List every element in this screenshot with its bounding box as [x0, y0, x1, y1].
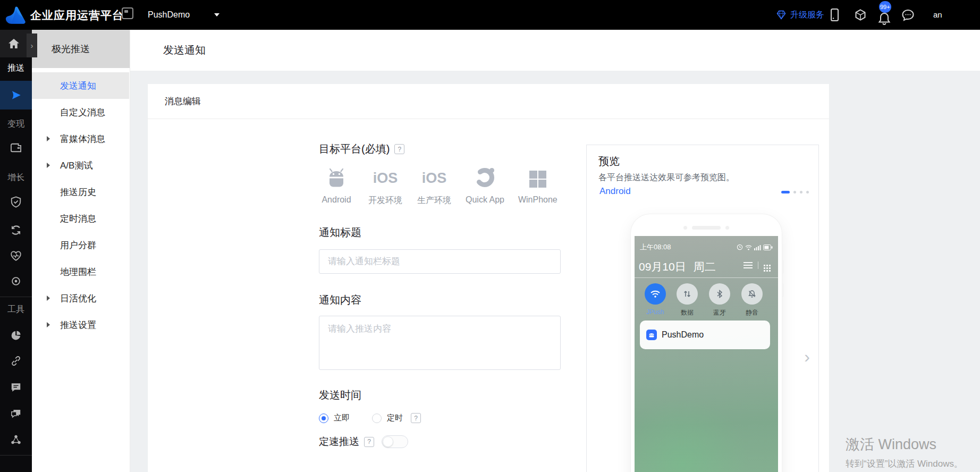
- sidebar-item-custom-message[interactable]: 自定义消息: [32, 99, 129, 125]
- preview-panel: 预览 各平台推送送达效果可参考预览图。 Android 上午08:08: [586, 145, 819, 472]
- expand-chevron-icon: [47, 322, 50, 327]
- data-toggle-icon: [677, 283, 698, 305]
- carousel-dot[interactable]: [806, 191, 809, 193]
- expand-chevron-icon: [47, 136, 50, 141]
- send-time-options: 立即 定时: [319, 413, 569, 423]
- radio-immediate-label[interactable]: 立即: [334, 413, 350, 423]
- radio-scheduled[interactable]: [372, 414, 382, 423]
- phone-weekday: 周二: [694, 259, 716, 274]
- card-title: 消息编辑: [148, 84, 829, 119]
- grid-icon: [764, 265, 765, 266]
- sidebar-collapse-button[interactable]: [27, 33, 37, 57]
- sidebar-item-geofence[interactable]: 地理围栏: [32, 258, 129, 285]
- rail-item-feedback[interactable]: [0, 404, 32, 422]
- toggle-bluetooth: 蓝牙: [704, 283, 736, 317]
- target-icon: [10, 275, 22, 287]
- toggle-mute: 静音: [736, 283, 768, 317]
- platform-options: Android iOS 开发环境 iOS 生产环境 Quick App: [319, 165, 569, 206]
- push-form: 目标平台(必填) Android iOS 开发环境 iOS: [319, 142, 569, 449]
- phone-screen: 上午08:08 09月10日 周二: [635, 236, 778, 472]
- sidebar-item-send-notification[interactable]: 发送通知: [32, 72, 129, 99]
- notification-bell-icon[interactable]: 99+: [876, 0, 893, 30]
- rail-item-target[interactable]: [0, 272, 32, 290]
- radio-scheduled-label[interactable]: 定时: [387, 413, 403, 423]
- label-text: 通知标题: [319, 225, 361, 240]
- carousel-dot[interactable]: [793, 191, 796, 193]
- help-icon[interactable]: [364, 437, 374, 447]
- chevron-down-icon: [214, 13, 219, 16]
- target-platform-label: 目标平台(必填): [319, 142, 569, 156]
- menu-label: 地理围栏: [60, 266, 96, 278]
- phone-speaker: [631, 226, 782, 230]
- heart-pulse-icon: [10, 250, 22, 262]
- sidebar-item-dau-optimization[interactable]: 日活优化: [32, 285, 129, 311]
- upgrade-service-link[interactable]: 升级服务: [776, 0, 824, 30]
- bluetooth-toggle-icon: [709, 283, 730, 305]
- rail-item-shield[interactable]: [0, 193, 32, 211]
- sidebar-item-scheduled-message[interactable]: 定时消息: [32, 205, 129, 232]
- platform-option-ios-prod[interactable]: iOS 生产环境: [417, 165, 452, 206]
- expand-chevron-icon: [47, 296, 50, 301]
- carousel-next-icon[interactable]: [804, 348, 810, 365]
- toggle-label: 静音: [736, 308, 768, 317]
- feedback-chat-icon[interactable]: [899, 0, 916, 30]
- signal-icon: [754, 245, 761, 250]
- sidebar-item-rich-media[interactable]: 富媒体消息: [32, 125, 129, 152]
- platform-label: WinPhone: [518, 195, 557, 205]
- rate-push-toggle[interactable]: [382, 435, 408, 448]
- notification-content-textarea[interactable]: [319, 316, 561, 370]
- quickapp-icon: [473, 165, 496, 188]
- phone-side-button: [782, 283, 784, 297]
- wallet-icon: [10, 142, 22, 153]
- help-icon[interactable]: [411, 413, 421, 423]
- app-selector[interactable]: PushDemo: [148, 0, 219, 30]
- platform-option-winphone[interactable]: WinPhone: [518, 165, 557, 206]
- rail-divider: [0, 297, 32, 297]
- sidebar-item-ab-test[interactable]: A/B测试: [32, 152, 129, 179]
- mobile-device-icon[interactable]: [826, 0, 843, 30]
- carousel-dot-active[interactable]: [781, 191, 790, 193]
- submenu-list: 发送通知 自定义消息 富媒体消息 A/B测试 推送历史 定时消息 用户分群 地理…: [32, 72, 129, 338]
- wifi-toggle-icon: [645, 283, 666, 305]
- watermark-line2: 转到“设置”以激活 Windows。: [846, 458, 963, 470]
- ios-icon: iOS: [422, 165, 447, 188]
- platform-label: 生产环境: [417, 195, 451, 206]
- aurora-logo-icon: [5, 5, 26, 25]
- rail-item-analytics[interactable]: [0, 326, 32, 344]
- message-icon: [10, 382, 22, 393]
- battery-icon: [763, 245, 773, 250]
- pie-chart-icon: [10, 330, 22, 341]
- rail-item-wallet[interactable]: [0, 139, 32, 157]
- platform-option-android[interactable]: Android: [319, 165, 354, 206]
- radio-immediate[interactable]: [319, 414, 328, 423]
- rail-item-share[interactable]: [0, 431, 32, 449]
- watermark-line1: 激活 Windows: [846, 435, 963, 454]
- alarm-icon: [737, 244, 743, 250]
- sidebar-item-push-history[interactable]: 推送历史: [32, 179, 129, 205]
- label-text: 发送时间: [319, 388, 361, 402]
- menu-label: 富媒体消息: [60, 133, 105, 145]
- rail-item-sms[interactable]: [0, 378, 32, 397]
- notification-title-input[interactable]: [319, 249, 561, 274]
- carousel-dot[interactable]: [800, 191, 802, 193]
- help-icon[interactable]: [394, 144, 404, 154]
- carousel-pagination: [781, 191, 809, 193]
- notification-preview-card: PushDemo: [640, 321, 770, 349]
- top-header-bar: 企业应用运营平台 PushDemo 升级服务 99+ an: [0, 0, 980, 30]
- platform-label: Android: [322, 195, 351, 205]
- sidebar-item-push-settings[interactable]: 推送设置: [32, 311, 129, 338]
- rail-item-refresh[interactable]: [0, 221, 32, 239]
- rail-item-shortlink[interactable]: [0, 352, 32, 370]
- app-switcher-icon[interactable]: [122, 7, 133, 19]
- sidebar-item-user-segment[interactable]: 用户分群: [32, 232, 129, 258]
- platform-option-quickapp[interactable]: Quick App: [466, 165, 504, 206]
- notification-app-name: PushDemo: [662, 330, 704, 340]
- preview-tab-android[interactable]: Android: [599, 186, 631, 197]
- app-selector-value: PushDemo: [148, 10, 190, 20]
- rail-item-push-send[interactable]: [0, 81, 32, 109]
- rail-item-health[interactable]: [0, 247, 32, 265]
- resources-cube-icon[interactable]: [852, 0, 869, 30]
- username-label[interactable]: an: [933, 10, 942, 19]
- platform-option-ios-dev[interactable]: iOS 开发环境: [368, 165, 403, 206]
- link-icon: [10, 355, 22, 367]
